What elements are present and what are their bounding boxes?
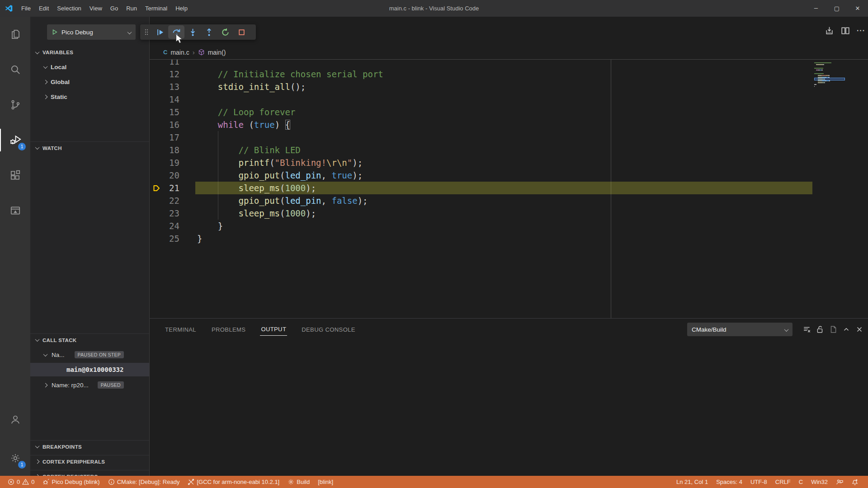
- code-line: 15 // Loop forever: [150, 106, 868, 118]
- cursor-position[interactable]: Ln 21, Col 1: [672, 476, 712, 488]
- call-stack-thread-1[interactable]: Na... PAUSED ON STEP: [30, 348, 149, 361]
- panel-tabs: TERMINAL PROBLEMS OUTPUT DEBUG CONSOLE: [150, 319, 356, 340]
- chevron-down-icon: [43, 64, 48, 69]
- close-button[interactable]: ✕: [847, 0, 868, 17]
- call-stack-thread-2[interactable]: Name: rp20... PAUSED: [30, 378, 149, 392]
- menu-help[interactable]: Help: [171, 3, 192, 14]
- menu-go[interactable]: Go: [106, 3, 122, 14]
- gear-icon: [288, 479, 294, 485]
- problems-status[interactable]: 0 0: [4, 476, 38, 488]
- tools-icon: [188, 479, 194, 485]
- build-target[interactable]: [blink]: [314, 476, 337, 488]
- menu-file[interactable]: File: [17, 3, 35, 14]
- menu-run[interactable]: Run: [122, 3, 141, 14]
- language-mode[interactable]: C: [795, 476, 807, 488]
- stop-button[interactable]: [233, 25, 250, 39]
- sidebar-item-explorer[interactable]: [0, 17, 30, 52]
- platform-target[interactable]: Win32: [807, 476, 832, 488]
- chevron-right-icon: [43, 383, 48, 387]
- chevron-down-icon: [35, 444, 40, 448]
- accounts-icon: [9, 413, 21, 425]
- pico-project-icon: [9, 205, 21, 216]
- menu-selection[interactable]: Selection: [53, 3, 85, 14]
- run-deploy-icon[interactable]: [825, 26, 834, 35]
- more-actions-icon[interactable]: ···: [857, 27, 865, 35]
- indentation[interactable]: Spaces: 4: [712, 476, 746, 488]
- continue-icon: [156, 28, 165, 37]
- debug-session-status[interactable]: Pico Debug (blink): [38, 476, 104, 488]
- extensions-icon: [9, 169, 21, 181]
- sidebar-item-pico-project[interactable]: [0, 193, 30, 228]
- breadcrumb-file[interactable]: main.c: [170, 49, 189, 56]
- chevron-down-icon: [128, 29, 131, 36]
- cmake-status[interactable]: CMake: [Debug]: Ready: [104, 476, 184, 488]
- section-variables[interactable]: VARIABLES: [30, 46, 149, 59]
- settings-button[interactable]: 1: [0, 441, 30, 476]
- step-out-button[interactable]: [201, 25, 217, 39]
- debug-sidebar: Pico Debug VARIABLES Local Global Static…: [30, 17, 149, 476]
- sidebar-item-search[interactable]: [0, 52, 30, 87]
- stack-frame-main[interactable]: main@0x10000332: [30, 363, 149, 376]
- code-line: 12 // Initialize chosen serial port: [150, 68, 868, 80]
- chevron-down-icon: [35, 50, 40, 54]
- maximize-panel-icon[interactable]: [842, 325, 850, 333]
- code-line: 20 gpio_put(led_pin, true);: [150, 169, 868, 182]
- vscode-logo-icon: [0, 4, 17, 13]
- variables-scope-global[interactable]: Global: [30, 75, 149, 89]
- thread-status-badge: PAUSED: [98, 381, 124, 389]
- launch-config-dropdown[interactable]: Pico Debug: [47, 24, 136, 40]
- breadcrumb-symbol[interactable]: main(): [208, 49, 226, 56]
- kit-status[interactable]: [GCC for arm-none-eabi 10.2.1]: [184, 476, 283, 488]
- clear-output-icon[interactable]: [803, 325, 811, 333]
- section-call-stack[interactable]: CALL STACK: [30, 333, 149, 346]
- section-breakpoints[interactable]: BREAKPOINTS: [30, 440, 149, 453]
- code-line: 23 sleep_ms(1000);: [150, 207, 868, 220]
- sidebar-item-run-and-debug[interactable]: 1: [0, 122, 30, 158]
- breadcrumb: C main.c › main(): [150, 45, 868, 60]
- code-line: 17: [150, 131, 868, 144]
- open-output-in-editor-icon[interactable]: [829, 325, 837, 333]
- code-editor[interactable]: 1112 // Initialize chosen serial port13 …: [150, 60, 868, 318]
- launch-config-label: Pico Debug: [61, 29, 93, 36]
- close-panel-icon[interactable]: [855, 325, 863, 333]
- maximize-button[interactable]: ▢: [826, 0, 847, 17]
- tab-terminal[interactable]: TERMINAL: [164, 324, 197, 336]
- step-into-button[interactable]: [184, 25, 201, 39]
- encoding[interactable]: UTF-8: [746, 476, 771, 488]
- sidebar-item-extensions[interactable]: [0, 158, 30, 193]
- menu-view[interactable]: View: [85, 3, 106, 14]
- section-cortex-peripherals[interactable]: CORTEX PERIPHERALS: [30, 455, 149, 468]
- tab-output[interactable]: OUTPUT: [260, 323, 287, 336]
- accounts-button[interactable]: [0, 402, 30, 437]
- continue-button[interactable]: [152, 25, 168, 39]
- minimap[interactable]: [814, 61, 846, 88]
- minimize-button[interactable]: ─: [806, 0, 826, 17]
- feedback-button[interactable]: [832, 476, 847, 488]
- start-debug-icon[interactable]: [52, 29, 58, 35]
- code-line: 13 stdio_init_all();: [150, 80, 868, 93]
- tab-problems[interactable]: PROBLEMS: [211, 324, 246, 336]
- variables-scope-local[interactable]: Local: [30, 60, 149, 74]
- tab-debug-console[interactable]: DEBUG CONSOLE: [301, 324, 356, 336]
- output-channel-dropdown[interactable]: CMake/Build: [687, 323, 793, 336]
- sidebar-item-source-control[interactable]: [0, 87, 30, 122]
- bottom-panel: TERMINAL PROBLEMS OUTPUT DEBUG CONSOLE C…: [150, 318, 868, 476]
- editor-header: ···: [150, 17, 868, 45]
- toolbar-drag-grip[interactable]: [141, 25, 152, 39]
- code-line: 16 while (true) {: [150, 118, 868, 131]
- restart-button[interactable]: [217, 25, 233, 39]
- variables-scope-static[interactable]: Static: [30, 90, 149, 103]
- chevron-down-icon: [785, 326, 788, 333]
- symbol-method-icon: [198, 49, 205, 56]
- unlock-icon[interactable]: [816, 325, 824, 333]
- section-watch[interactable]: WATCH: [30, 141, 149, 154]
- build-button[interactable]: Build: [283, 476, 314, 488]
- menu-terminal[interactable]: Terminal: [141, 3, 171, 14]
- eol-sequence[interactable]: CRLF: [771, 476, 795, 488]
- section-cortex-registers[interactable]: CORTEX REGISTERS: [30, 470, 149, 476]
- menu-edit[interactable]: Edit: [35, 3, 53, 14]
- code-line: 11: [150, 60, 868, 68]
- split-editor-icon[interactable]: [841, 26, 850, 35]
- notifications-button[interactable]: [847, 476, 863, 488]
- code-line: 18 // Blink LED: [150, 144, 868, 156]
